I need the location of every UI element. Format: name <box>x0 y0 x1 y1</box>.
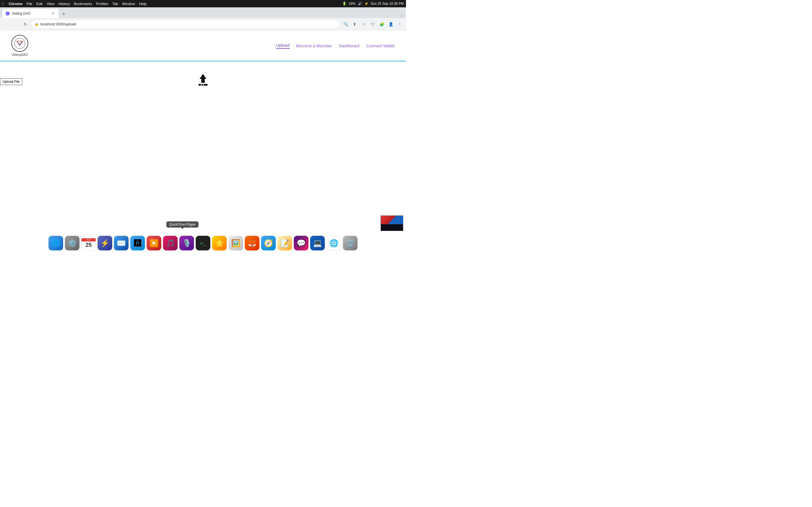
tab-search-icon[interactable]: ⋮ <box>400 13 404 18</box>
profile-icon[interactable]: 👤 <box>387 20 395 28</box>
upload-file-button[interactable]: Upload File <box>0 78 22 85</box>
menu-bar-left:  Chrome File Edit View History Bookmark… <box>2 2 147 6</box>
tab-bar: V Vetting DAO × + ⋮ <box>0 7 406 18</box>
search-icon[interactable]: 🔍 <box>342 20 350 28</box>
extension-shield-icon[interactable]: 🛡 <box>369 20 377 28</box>
profiles-menu[interactable]: Profiles <box>96 2 108 6</box>
chrome-menu[interactable]: Chrome <box>9 2 22 6</box>
dock-item-finder[interactable]: 🌐 <box>49 236 63 250</box>
url-text: localhost:3000/upload <box>40 22 76 26</box>
address-bar: ← → ↻ 🔒 localhost:3000/upload 🔍 ⬆ ☆ 🛡 🧩 … <box>0 18 406 31</box>
edit-menu[interactable]: Edit <box>36 2 43 6</box>
logo-circle <box>11 35 28 52</box>
dock-item-podcasts[interactable]: 🎙️ <box>179 236 194 250</box>
menu-bar-right: 🔋 18% 🔊 ⚡ Sun 25 Sep 10:36 PM <box>342 2 404 6</box>
nav-dashboard[interactable]: Dashboard <box>339 43 359 48</box>
window-menu[interactable]: Window <box>122 2 135 6</box>
dock-item-firefox[interactable]: 🦊 <box>245 236 259 250</box>
dock-item-safari[interactable]: 🧭 <box>261 236 276 250</box>
dock-item-calendar[interactable]: SEP 25 <box>81 236 96 250</box>
tab-favicon: V <box>6 11 10 15</box>
dock-item-mail[interactable]: ✉️ <box>114 236 129 250</box>
nav-become-member[interactable]: Become a Member <box>296 43 332 48</box>
dock-item-star[interactable]: ⭐ <box>212 236 227 250</box>
history-menu[interactable]: History <box>58 2 70 6</box>
dock-item-slack[interactable]: 💬 <box>294 236 308 250</box>
tab-end-controls: ⋮ <box>400 13 404 18</box>
share-icon[interactable]: ⬆ <box>351 20 359 28</box>
logo-area: VettingDAO <box>11 35 28 56</box>
file-menu[interactable]: File <box>27 2 33 6</box>
nav-connect-wallet[interactable]: Connect Wallet <box>366 43 395 48</box>
dock-item-music[interactable]: 🎵 <box>163 236 177 250</box>
dock-item-vscode[interactable]: 💻 <box>310 236 325 250</box>
dock: 🌐 ⚙️ SEP 25 ⚡ ✉️ 🅰 ▶️ 🎵 <box>45 234 361 252</box>
svg-point-0 <box>14 38 25 48</box>
svg-point-4 <box>201 84 202 86</box>
new-tab-button[interactable]: + <box>60 10 68 18</box>
datetime: Sun 25 Sep 10:36 PM <box>371 2 404 6</box>
nav-links: Upload Become a Member Dashboard Connect… <box>276 43 395 49</box>
help-menu[interactable]: Help <box>139 2 147 6</box>
dock-item-appstore[interactable]: 🅰 <box>130 236 145 250</box>
app-header: VettingDAO Upload Become a Member Dashbo… <box>0 31 406 61</box>
bluetooth-icon: ⚡ <box>364 2 368 6</box>
lock-icon: 🔒 <box>35 22 39 26</box>
bookmarks-menu[interactable]: Bookmarks <box>74 2 92 6</box>
reload-button[interactable]: ↻ <box>21 20 29 28</box>
view-menu[interactable]: View <box>47 2 54 6</box>
forward-button[interactable]: → <box>12 20 20 28</box>
tab-menu[interactable]: Tab <box>112 2 118 6</box>
more-menu-icon[interactable]: ⋮ <box>396 20 404 28</box>
status-icons: 🔋 <box>342 2 347 6</box>
upload-section <box>0 61 406 99</box>
upload-svg-icon <box>196 73 210 87</box>
thumbnail-wave-area <box>381 224 403 231</box>
dock-item-chrome[interactable]: 🌐 <box>326 236 341 250</box>
address-bar-right: 🔍 ⬆ ☆ 🛡 🧩 👤 ⋮ <box>342 20 404 28</box>
dock-item-bluetooth[interactable]: ⚡ <box>98 236 112 250</box>
dock-item-trash[interactable]: 🗑️ <box>343 236 357 250</box>
svg-marker-2 <box>200 74 206 83</box>
svg-point-5 <box>203 84 204 86</box>
menu-bar:  Chrome File Edit View History Bookmark… <box>0 0 406 7</box>
logo-text: VettingDAO <box>11 53 28 56</box>
thumbnail-red-area <box>381 216 403 224</box>
browser-content: VettingDAO Upload Become a Member Dashbo… <box>0 31 406 228</box>
dock-area: QuickTime Player 🌐 ⚙️ SEP 25 ⚡ ✉️ 🅰 ▶️ <box>0 228 406 253</box>
dock-item-settings[interactable]: ⚙️ <box>65 236 80 250</box>
tab-title: Vetting DAO <box>12 11 49 15</box>
volume-icon: 🔊 <box>358 2 362 6</box>
preview-thumbnail <box>380 216 403 231</box>
nav-upload[interactable]: Upload <box>276 43 290 49</box>
tab-close-button[interactable]: × <box>51 11 55 16</box>
dock-item-notes[interactable]: 📝 <box>277 236 292 250</box>
logo-svg <box>14 38 26 49</box>
url-bar[interactable]: 🔒 localhost:3000/upload <box>31 20 340 29</box>
dock-item-preview[interactable]: 🖼️ <box>229 236 243 250</box>
apple-menu[interactable]:  <box>2 2 4 6</box>
dock-item-terminal[interactable]: >_ <box>196 236 210 250</box>
extension-icon[interactable]: 🧩 <box>378 20 386 28</box>
battery-level: 18% <box>349 2 356 6</box>
active-tab[interactable]: V Vetting DAO × <box>2 9 59 18</box>
dock-item-quicktime[interactable]: ▶️ <box>147 236 161 250</box>
back-button[interactable]: ← <box>2 20 10 28</box>
upload-icon <box>196 73 210 87</box>
bookmark-icon[interactable]: ☆ <box>360 20 368 28</box>
